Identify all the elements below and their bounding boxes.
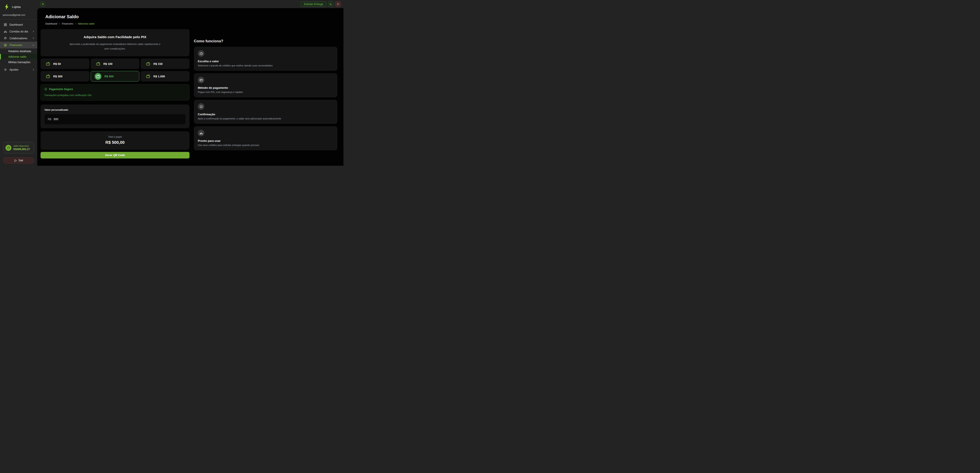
step-description: Após a confirmação do pagamento, o saldo… [198,117,333,120]
request-delivery-button[interactable]: Solicitar Entrega [301,2,326,7]
sidebar-subitem-label: Relatório detalhado [8,50,31,53]
chevron-right-icon [32,37,35,40]
sidebar-menu: Dashboard Corridas do dia Colaboradores [0,21,37,73]
step-description: Use seus créditos para solicitar entrega… [198,144,333,147]
amount-label: R$ 1.000 [153,75,165,78]
hamburger-menu-icon [41,3,44,5]
pix-card-title: Adquira Saldo com Facilidade pelo PIX [49,35,181,39]
secure-payment-card: Pagamento Seguro Transações protegidas c… [41,84,189,100]
custom-value-input[interactable]: R$ 500 [45,114,186,124]
sidebar-item-label: Financeiro [10,44,30,47]
topbar-logout-button[interactable] [336,1,341,7]
content-pane: Solicitar Entrega Adicionar Saldo Dashbo… [37,0,344,166]
step-description: Pague com PIX, com segurança e rapidez [198,91,333,93]
sidebar-item-ajustes[interactable]: Ajustes [0,66,37,73]
amount-option-500-selected[interactable]: R$ 500 [91,71,140,81]
step-card-pronto-para-usar: Pronto para usar Use seus créditos para … [194,126,337,150]
add-balance-form: Adquira Saldo com Facilidade pelo PIX Ap… [41,29,189,158]
sidebar-item-label: Corridas do dia [10,30,30,33]
brand: Lojista [0,0,37,10]
logout-icon [337,3,339,5]
users-icon [4,37,7,40]
step-description: Selecione o pacote de créditos que melho… [198,64,333,67]
sidebar-subitem-label: Minhas transações [8,61,30,64]
how-it-works-title: Como funciona? [194,39,337,43]
amount-label: R$ 150 [153,62,162,65]
sidebar-item-financeiro[interactable]: Financeiro [0,41,37,48]
amount-label: R$ 100 [103,62,113,65]
bike-icon [198,130,204,136]
how-it-works-panel: Como funciona? Escolha o valor Selecione… [194,29,337,158]
breadcrumb: Dashboard › Financeiro › Adicionar saldo [45,22,337,25]
sidebar-item-label: Ajustes [10,68,30,71]
pix-intro-card: Adquira Saldo com Facilidade pelo PIX Ap… [41,29,189,56]
sidebar-item-colaboradores[interactable]: Colaboradores [0,35,37,41]
sidebar-toggle-button[interactable] [41,2,45,6]
breadcrumb-current: Adicionar saldo [78,22,94,25]
user-email: yansouza@gmail.com [0,10,37,19]
wallet-icon [146,74,150,78]
custom-value-label: Valor personalizado [45,108,186,111]
breadcrumb-dashboard[interactable]: Dashboard [45,22,57,25]
breadcrumb-separator: › [75,22,76,25]
amount-label: R$ 500 [105,75,114,78]
wallet-icon [5,145,11,151]
amount-option-150[interactable]: R$ 150 [141,59,189,69]
wallet-icon [198,50,204,57]
sidebar-item-label: Colaboradores [10,37,30,40]
step-title: Confirmação [198,113,333,116]
bike-icon [4,30,7,33]
sidebar-item-dashboard[interactable]: Dashboard [0,21,37,28]
credit-card-icon [198,77,204,83]
logout-button[interactable]: Sair [3,158,34,164]
dark-mode-toggle-button[interactable] [328,1,334,7]
main-content: Adicionar Saldo Dashboard › Financeiro ›… [37,8,344,166]
chevron-right-icon [32,30,35,33]
pix-card-subtitle: Aproveite a praticidade do pagamento ins… [68,42,162,51]
wallet-icon [46,74,50,78]
balance-value: R$499,905.27 [13,148,30,151]
custom-value-card: Valor personalizado R$ 500 [41,105,189,128]
step-card-escolha-o-valor: Escolha o valor Selecione o pacote de cr… [194,47,337,71]
amount-option-1000[interactable]: R$ 1.000 [141,71,189,81]
grid-icon [4,23,7,26]
amount-option-50[interactable]: R$ 50 [41,59,89,69]
moon-icon [329,3,332,5]
banknotes-icon [4,43,7,47]
chevron-right-icon [32,68,35,71]
step-title: Escolha o valor [198,60,333,63]
amount-label: R$ 50 [53,62,61,65]
breadcrumb-financeiro[interactable]: Financeiro [62,22,73,25]
total-card: Total a pagar R$ 500,00 [41,131,189,150]
sidebar-subitem-relatorio-detalhado[interactable]: Relatório detalhado [0,48,37,54]
balance-label: Saldo disponível [13,145,30,147]
breadcrumb-separator: › [59,22,60,25]
sidebar-subitem-adicionar-saldo[interactable]: Adicionar saldo [0,54,37,59]
amount-option-300[interactable]: R$ 300 [41,71,89,81]
secure-payment-title: Pagamento Seguro [49,88,73,91]
sidebar-item-label: Dashboard [10,23,35,26]
gear-icon [4,68,7,71]
step-title: Método de pagamento [198,86,333,89]
amount-label: R$ 300 [53,75,62,78]
step-title: Pronto para usar [198,139,333,142]
amount-options-grid: R$ 50 R$ 100 R$ 150 R$ 300 [41,59,189,81]
amount-option-100[interactable]: R$ 100 [91,59,140,69]
selected-wallet-badge [95,73,102,80]
lightning-bolt-logo-icon [5,3,9,10]
sidebar-subitem-label: Adicionar saldo [8,55,26,58]
sidebar-footer: Saldo disponível R$499,905.27 Sair [0,142,37,166]
logout-icon [14,159,17,162]
wallet-icon [96,74,100,78]
page-title: Adicionar Saldo [45,14,337,19]
logout-label: Sair [19,159,23,162]
sidebar-item-corridas-do-dia[interactable]: Corridas do dia [0,28,37,35]
wallet-icon [46,62,50,66]
check-circle-icon [198,103,204,110]
total-value: R$ 500,00 [45,140,185,145]
step-card-confirmacao: Confirmação Após a confirmação do pagame… [194,100,337,124]
chevron-down-icon [32,44,35,46]
sidebar-subitem-minhas-transacoes[interactable]: Minhas transações [0,59,37,65]
secure-payment-subtitle: Transações protegidas com certificação S… [44,94,186,96]
generate-qr-code-button[interactable]: Gerar QR Code [41,152,189,158]
